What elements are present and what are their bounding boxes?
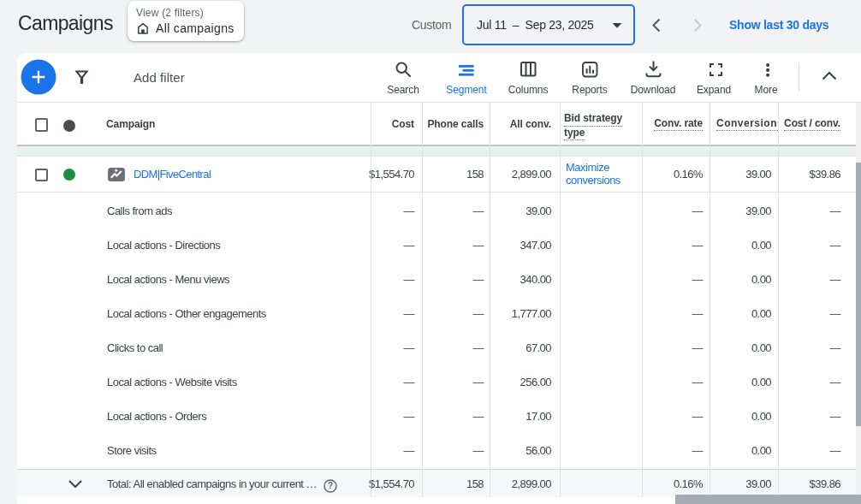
svg-text:?: ? (328, 481, 333, 490)
